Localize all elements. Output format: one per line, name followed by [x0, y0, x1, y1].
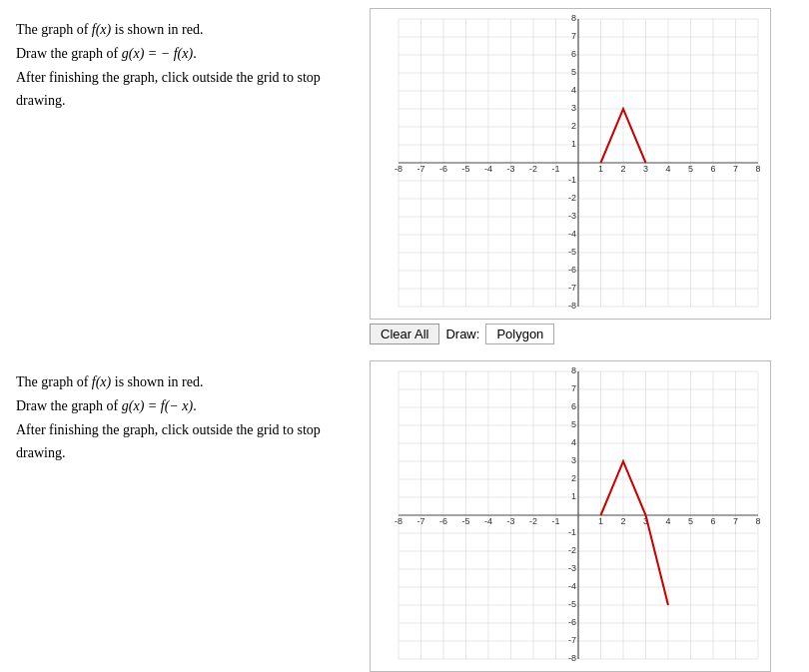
problem-text-1: The graph of f(x) is shown in red. Draw … — [0, 8, 370, 123]
problem2-line1: The graph of f(x) is shown in red. — [16, 374, 203, 389]
problem2-line3: After finishing the graph, click outside… — [16, 422, 321, 437]
clear-all-button-1[interactable]: Clear All — [370, 324, 439, 344]
fx-label-1: f(x) — [92, 22, 111, 37]
problem-row-1: The graph of f(x) is shown in red. Draw … — [0, 0, 809, 352]
problem1-line4: drawing. — [16, 93, 65, 108]
gx-def-2: g(x) = f(− x) — [122, 398, 193, 413]
main-container: The graph of f(x) is shown in red. Draw … — [0, 0, 809, 672]
fx-label-2: f(x) — [92, 374, 111, 389]
draw-label-1: Draw: — [445, 327, 479, 341]
problem-text-2: The graph of f(x) is shown in red. Draw … — [0, 360, 370, 475]
problem1-line3: After finishing the graph, click outside… — [16, 70, 321, 85]
graph-section-1: Clear All Draw: Polygon — [370, 8, 771, 348]
problem2-line2: Draw the graph of g(x) = f(− x). — [16, 398, 197, 413]
graph-canvas-2[interactable] — [370, 360, 771, 672]
gx-def-1: g(x) = − f(x) — [122, 46, 193, 61]
graph-canvas-1[interactable] — [370, 8, 771, 320]
toolbar-1: Clear All Draw: Polygon — [370, 320, 554, 348]
problem1-line1: The graph of f(x) is shown in red. — [16, 22, 203, 37]
polygon-button-1[interactable]: Polygon — [485, 324, 554, 344]
problem1-line2: Draw the graph of g(x) = − f(x). — [16, 46, 197, 61]
problem-row-2: The graph of f(x) is shown in red. Draw … — [0, 352, 809, 672]
problem2-line4: drawing. — [16, 445, 65, 460]
graph-section-2: Clear All Draw: Polygon — [370, 360, 771, 672]
